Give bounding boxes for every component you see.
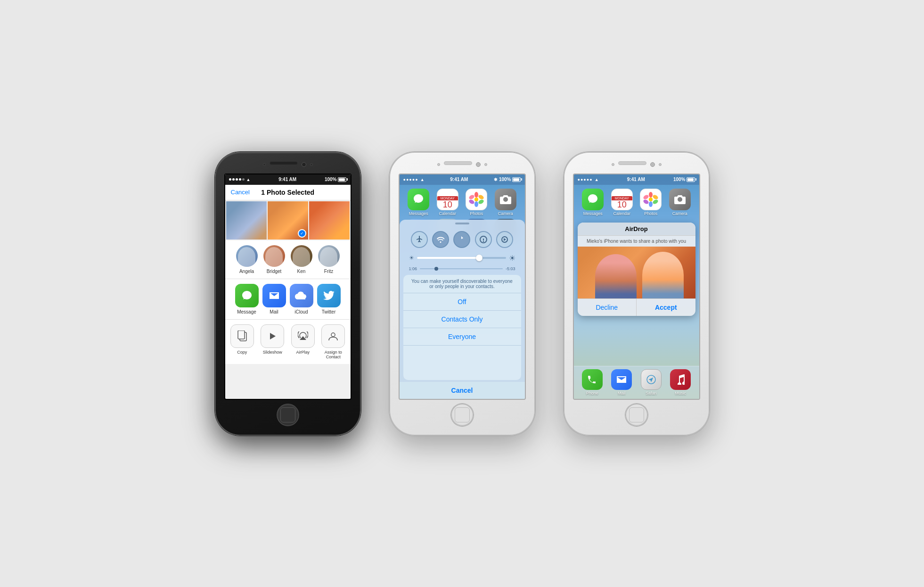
calendar-label-3: Calendar [613, 211, 630, 216]
dock-phone[interactable]: Phone [582, 369, 603, 396]
mail-app-icon [262, 284, 286, 307]
cc-handle [400, 220, 525, 227]
messages-icon [408, 189, 429, 210]
airdrop-cancel-button[interactable]: Cancel [400, 382, 525, 399]
cc-handle-bar [455, 223, 469, 224]
icon-camera-2[interactable]: Camera [495, 189, 516, 216]
dock-safari[interactable]: Safari [641, 369, 662, 396]
svg-point-10 [468, 198, 475, 205]
mail-dock-label: Mail [618, 391, 626, 396]
icon-camera-3[interactable]: Camera [669, 189, 691, 216]
photo-thumb-1[interactable] [226, 201, 267, 240]
phone-1: ▲ 9:41 AM 100% Cancel 1 Photo Selected [215, 152, 361, 436]
airdrop-off-option[interactable]: Off [403, 293, 521, 311]
phone-1-bottom [277, 404, 299, 426]
contact-name-fritz: Fritz [324, 269, 333, 274]
decline-button[interactable]: Decline [578, 299, 637, 316]
icon-photos-2[interactable]: Photos [466, 189, 487, 216]
phone-3-dot-right [659, 163, 662, 166]
cc-rotation-btn[interactable] [496, 231, 513, 248]
icon-calendar-3[interactable]: MONDAY 10 Calendar [611, 189, 633, 216]
cc-airplane-btn[interactable] [411, 231, 428, 248]
contact-fritz[interactable]: Fritz [318, 245, 340, 274]
avatar-angela [236, 245, 258, 267]
phone-2-bottom [451, 404, 474, 426]
cal-day: 10 [443, 200, 452, 209]
contact-bridget[interactable]: Bridget [263, 245, 285, 274]
cancel-button[interactable]: Cancel [231, 189, 250, 196]
phone-3-screen: ●●●●● ▲ 9:41 AM 100% Message [573, 174, 700, 400]
share-app-twitter[interactable]: Twitter [317, 284, 341, 314]
airdrop-contacts-option[interactable]: Contacts Only [403, 311, 521, 328]
copy-button[interactable] [230, 324, 254, 348]
contact-ken[interactable]: Ken [291, 245, 312, 274]
dock-mail[interactable]: Mail [611, 369, 632, 396]
action-copy[interactable]: Copy [229, 324, 256, 359]
accept-button[interactable]: Accept [637, 299, 695, 316]
avatar-person-1 [236, 245, 258, 267]
cal-day-3: 10 [617, 200, 627, 209]
brightness-high-icon: ☀ [509, 254, 515, 263]
calendar-icon-3: MONDAY 10 [611, 189, 633, 210]
person-shape-2 [265, 247, 283, 266]
airdrop-everyone-option[interactable]: Everyone [403, 328, 521, 346]
cc-brightness-slider[interactable] [417, 257, 506, 259]
share-app-mail[interactable]: Mail [262, 284, 286, 314]
music-time-start: 1:06 [409, 266, 417, 271]
mail-icon [269, 291, 280, 300]
status-time-2: 9:41 AM [450, 177, 468, 182]
cc-bluetooth-btn[interactable] [453, 231, 470, 248]
action-slideshow[interactable]: Slideshow [259, 324, 286, 359]
action-airplay[interactable]: AirPlay [290, 324, 317, 359]
camera-icon-3 [669, 189, 691, 210]
cc-dnd-btn[interactable] [475, 231, 492, 248]
status-right-2: ✱ 100% [494, 177, 521, 182]
twitter-app-icon [317, 284, 341, 307]
phone-1-top [224, 161, 352, 170]
cc-wifi-btn[interactable] [432, 231, 449, 248]
dock-music[interactable]: Music [670, 369, 691, 396]
battery-3 [687, 177, 695, 182]
copy-icon [237, 331, 247, 342]
status-right-1: 100% [325, 177, 347, 182]
music-time-end: -5:03 [506, 266, 515, 271]
phone-dock-label: Phone [586, 391, 598, 396]
action-assign-contact[interactable]: Assign to Contact [320, 324, 347, 359]
airplay-button[interactable] [291, 324, 315, 348]
share-sheet: ▲ 9:41 AM 100% Cancel 1 Photo Selected [225, 174, 351, 399]
phone-3-top [573, 161, 700, 170]
cc-brightness-row: ☀ ☀ [400, 252, 525, 265]
photo-thumb-3[interactable] [309, 201, 350, 240]
icon-photos-3[interactable]: Photos [640, 189, 662, 216]
contact-angela[interactable]: Angela [236, 245, 258, 274]
icon-messages-2[interactable]: Messages [408, 189, 429, 216]
music-dock-label: Music [675, 391, 686, 396]
music-dock-icon [670, 369, 691, 390]
selected-indicator: ✓ [298, 229, 306, 238]
phone-3-dot-left [612, 163, 614, 166]
music-progress[interactable] [420, 268, 503, 269]
share-app-message[interactable]: Message [235, 284, 259, 314]
message-app-icon [235, 284, 259, 307]
airdrop-alert: AirDrop Mieko's iPhone wants to share a … [578, 223, 695, 316]
contact-name-ken: Ken [297, 269, 306, 274]
assign-contact-button[interactable] [321, 324, 345, 348]
icon-calendar-2[interactable]: MONDAY 10 Calendar [437, 189, 458, 216]
svg-point-11 [468, 194, 475, 200]
photos-icon [466, 189, 487, 210]
camera-label-2: Camera [498, 211, 513, 216]
home-button-1[interactable] [277, 404, 299, 426]
photo-thumb-2[interactable]: ✓ [268, 201, 308, 240]
svg-point-14 [652, 194, 659, 200]
dot4 [239, 178, 241, 181]
home-button-2[interactable] [451, 404, 474, 426]
share-app-icloud[interactable]: iCloud [290, 284, 313, 314]
share-actions-row: Copy Slideshow [225, 320, 351, 364]
svg-point-9 [474, 201, 478, 207]
slideshow-button[interactable] [261, 324, 284, 348]
home-button-3[interactable] [625, 404, 648, 426]
phone-3-camera [650, 162, 655, 167]
icon-messages-3[interactable]: Messages [582, 189, 604, 216]
avatar-bridget [263, 245, 285, 267]
home-row-1: Messages MONDAY 10 Calendar [400, 185, 525, 218]
